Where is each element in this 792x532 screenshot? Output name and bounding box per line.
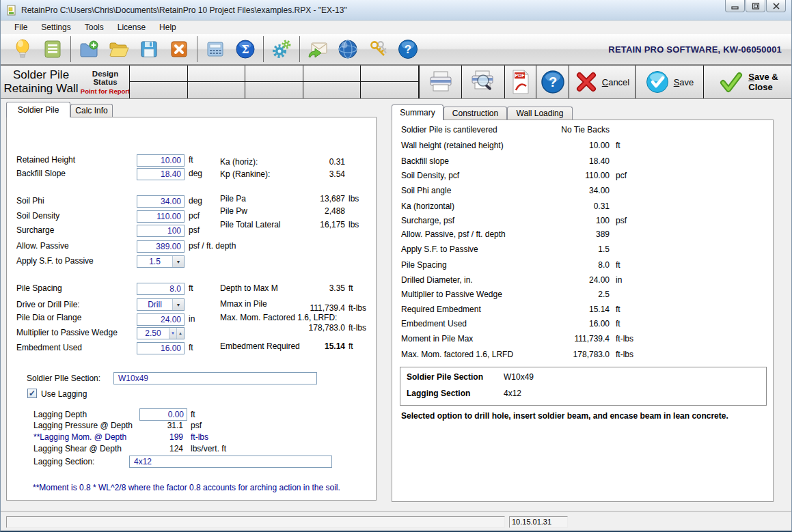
- summary-row: Multiplier to Passive Wedge2.5: [392, 290, 773, 300]
- close-file-button[interactable]: [164, 36, 194, 63]
- ka-value: 0.31: [254, 157, 345, 167]
- kp-value: 3.54: [254, 169, 345, 179]
- construction-note: Selected option to drill hole, insert so…: [401, 411, 728, 421]
- print-button[interactable]: [419, 66, 461, 98]
- pile-pw-value: 2,488: [254, 206, 345, 216]
- chevron-down-icon[interactable]: ▼: [172, 299, 184, 310]
- calculator-button[interactable]: [200, 36, 230, 63]
- help-icon: ?: [397, 38, 419, 60]
- lagging-depth-input[interactable]: [139, 408, 187, 421]
- save-check-icon: [645, 70, 670, 94]
- main-area: Soldier Pile Calc Info Retained Height f…: [1, 99, 791, 511]
- globe-icon: [338, 39, 358, 59]
- apply-sf-passive-dropdown[interactable]: 1.5 ▼: [137, 255, 185, 268]
- mmax-in-pile-value: 111,739.4: [254, 303, 345, 313]
- calculator-icon: [206, 40, 225, 59]
- save-file-button[interactable]: [134, 36, 164, 63]
- soil-density-input[interactable]: [137, 210, 185, 223]
- summary-row: Embedment Used16.00ft: [392, 319, 773, 330]
- cancel-x-icon: [575, 71, 598, 93]
- web-globe-button[interactable]: [333, 36, 363, 63]
- pile-pa-value: 13,687: [254, 194, 345, 204]
- field-label: Pile Dia or Flange: [16, 313, 81, 323]
- summary-row: Drilled Diameter, in.24.00in: [392, 275, 773, 286]
- lightbulb-button[interactable]: [8, 36, 38, 63]
- print-preview-button[interactable]: [461, 66, 504, 98]
- section-label: Soldier Pile Section: [407, 372, 483, 382]
- tab-construction[interactable]: Construction: [443, 107, 507, 120]
- title-bar: RetainPro C:\Users\Chris\Documents\Retai…: [1, 0, 791, 20]
- spinner-down-icon[interactable]: ▼: [169, 328, 176, 339]
- new-file-button[interactable]: [74, 36, 104, 63]
- field-label: Apply S.F. to Passive: [16, 256, 94, 266]
- app-icon: [6, 5, 17, 16]
- settings-gears-button[interactable]: [267, 36, 297, 63]
- tab-summary[interactable]: Summary: [392, 104, 443, 120]
- soil-phi-input[interactable]: [137, 195, 185, 208]
- chevron-down-icon[interactable]: ▼: [172, 256, 184, 267]
- summary-row: Soil Phi angle34.00: [392, 186, 773, 197]
- lightbulb-icon: [13, 39, 32, 59]
- backfill-slope-input[interactable]: [137, 168, 185, 180]
- pile-dia-input[interactable]: [137, 313, 185, 326]
- use-lagging-checkbox[interactable]: ✓: [27, 389, 37, 398]
- retained-height-input[interactable]: [137, 154, 185, 167]
- soldier-pile-section-input[interactable]: [113, 372, 317, 384]
- summary-row: Required Embedment15.14ft: [392, 305, 773, 316]
- open-file-button[interactable]: [104, 36, 134, 63]
- toolbar-separator: [263, 36, 264, 62]
- toolbar-help-button[interactable]: ?: [393, 36, 423, 63]
- allow-passive-input[interactable]: [137, 240, 185, 253]
- maximize-button[interactable]: [746, 0, 765, 12]
- send-email-icon: [307, 40, 329, 59]
- menu-license[interactable]: License: [111, 21, 152, 33]
- pile-spacing-input[interactable]: [137, 283, 185, 295]
- minimize-button[interactable]: [725, 0, 745, 12]
- topic-list-icon: [43, 40, 62, 59]
- summary-panel: Soldier Pile is cantileveredNo Tie Backs…: [392, 120, 774, 502]
- tab-soldier-pile[interactable]: Soldier Pile: [6, 102, 70, 117]
- version-panel: 10.15.01.31: [509, 516, 568, 528]
- design-status: Design Status Point for Report: [81, 66, 129, 98]
- embedment-used-input[interactable]: [137, 342, 185, 354]
- save-button[interactable]: Save: [635, 66, 703, 98]
- spinner-up-icon[interactable]: ▲: [176, 328, 184, 339]
- print-preview-icon: [469, 69, 497, 95]
- lagging-moment-value: 199: [130, 432, 183, 442]
- menu-tools[interactable]: Tools: [78, 21, 111, 33]
- pdf-icon: PDF: [511, 69, 530, 95]
- toolbar-separator: [299, 36, 300, 62]
- header-help-button[interactable]: ?: [536, 66, 569, 98]
- license-keys-button[interactable]: [363, 36, 393, 63]
- send-email-button[interactable]: [303, 36, 333, 63]
- new-file-icon: [79, 40, 99, 59]
- lagging-section-input[interactable]: [129, 456, 332, 468]
- sigma-calculations-button[interactable]: Σ: [230, 36, 260, 63]
- field-label: Drive or Drill Pile:: [16, 300, 80, 310]
- cancel-button[interactable]: Cancel: [569, 66, 635, 98]
- soldier-pile-panel: Retained Height ft Backfill Slope deg So…: [6, 117, 377, 501]
- summary-row: Ka (horizontal)0.31: [392, 201, 773, 212]
- menu-file[interactable]: File: [8, 21, 34, 33]
- summary-row: Pile Spacing8.0ft: [392, 260, 773, 271]
- summary-row: Apply S.F. to Passive1.5: [392, 244, 773, 255]
- summary-row: Soil Density, pcf110.00pcf: [392, 171, 773, 182]
- status-message-panel: [6, 516, 505, 528]
- multiplier-passive-wedge-spinner[interactable]: 2.50 ▼ ▲: [137, 327, 185, 339]
- menu-bar: File Settings Tools License Help: [1, 20, 791, 34]
- save-close-button[interactable]: Save &Close: [703, 66, 792, 98]
- pdf-export-button[interactable]: PDF: [504, 66, 536, 98]
- close-button[interactable]: [766, 0, 786, 12]
- section-label: Lagging Section: [407, 389, 470, 399]
- field-label: Allow. Passive: [16, 241, 69, 251]
- menu-settings[interactable]: Settings: [34, 21, 77, 33]
- drive-or-drill-dropdown[interactable]: Drill ▼: [137, 298, 185, 311]
- tab-wall-loading[interactable]: Wall Loading: [507, 107, 573, 120]
- tab-calc-info[interactable]: Calc Info: [70, 104, 113, 117]
- depth-to-max-m-value: 3.35: [254, 283, 345, 293]
- surcharge-input[interactable]: [137, 225, 185, 237]
- svg-text:Σ: Σ: [241, 43, 249, 56]
- embedment-required-value: 15.14: [254, 341, 345, 351]
- topic-list-button[interactable]: [38, 36, 68, 63]
- menu-help[interactable]: Help: [152, 21, 183, 33]
